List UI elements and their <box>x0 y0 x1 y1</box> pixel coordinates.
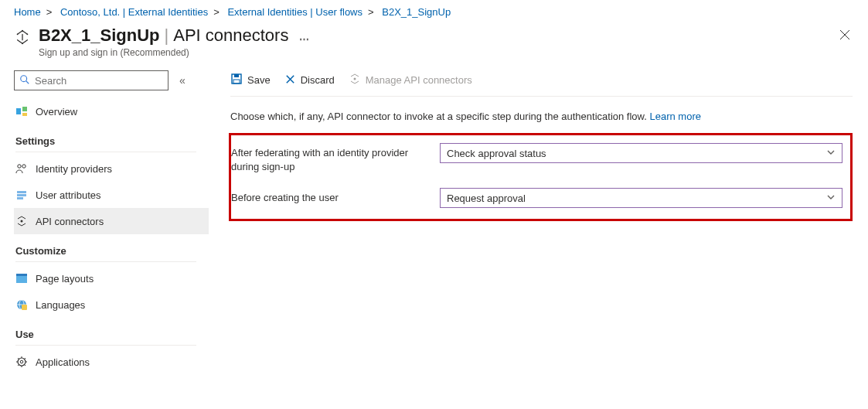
userflow-icon <box>14 29 31 46</box>
svg-point-22 <box>20 360 23 363</box>
svg-point-26 <box>353 78 356 80</box>
learn-more-link[interactable]: Learn more <box>649 111 700 122</box>
save-button[interactable]: Save <box>230 73 271 87</box>
sidebar-item-label: Languages <box>36 299 85 311</box>
svg-rect-16 <box>16 274 27 276</box>
sidebar-item-identity-providers[interactable]: Identity providers <box>14 155 209 182</box>
svg-point-0 <box>22 30 23 32</box>
description-text: Choose which, if any, API connector to i… <box>230 111 853 122</box>
chevron-down-icon <box>826 193 836 204</box>
discard-button[interactable]: Discard <box>284 73 335 87</box>
layouts-icon <box>15 272 28 285</box>
main-content: Save Discard Manage API connectors Choos… <box>210 66 868 375</box>
manage-connectors-button: Manage API connectors <box>349 73 472 87</box>
section-customize: Customize <box>15 245 196 262</box>
sidebar-item-api-connectors[interactable]: API connectors <box>14 208 209 234</box>
svg-rect-11 <box>17 191 26 193</box>
sidebar-item-page-layouts[interactable]: Page layouts <box>14 265 209 291</box>
highlighted-section: After federating with an identity provid… <box>229 133 853 221</box>
toolbar: Save Discard Manage API connectors <box>230 66 853 97</box>
search-field[interactable] <box>35 75 163 87</box>
sidebar-item-label: API connectors <box>36 216 104 227</box>
svg-point-10 <box>22 165 26 168</box>
close-button[interactable] <box>839 29 851 43</box>
collapse-sidebar-button[interactable]: « <box>179 74 186 87</box>
search-input[interactable] <box>14 70 168 90</box>
sidebar-item-applications[interactable]: Applications <box>14 349 209 375</box>
before-creating-label: Before creating the user <box>231 188 440 205</box>
sidebar-item-overview[interactable]: Overview <box>14 98 209 124</box>
section-use: Use <box>15 329 196 346</box>
section-settings: Settings <box>15 135 196 152</box>
svg-rect-7 <box>22 107 27 111</box>
form-row-after-federating: After federating with an identity provid… <box>231 143 842 174</box>
svg-rect-13 <box>17 197 23 199</box>
attributes-icon <box>15 189 28 201</box>
sidebar-item-languages[interactable]: Languages <box>14 291 209 318</box>
svg-rect-24 <box>234 74 239 77</box>
svg-point-1 <box>17 33 19 35</box>
crumb-home[interactable]: Home <box>14 6 41 18</box>
people-icon <box>15 162 28 175</box>
svg-rect-25 <box>233 80 240 84</box>
sidebar-item-label: Page layouts <box>36 273 94 285</box>
svg-point-3 <box>22 43 23 44</box>
crumb-contoso[interactable]: Contoso, Ltd. | External Identities <box>60 6 208 18</box>
save-icon <box>230 73 243 87</box>
svg-rect-8 <box>22 113 27 116</box>
after-federating-select[interactable]: Check approval status <box>440 143 842 163</box>
svg-point-9 <box>18 165 21 168</box>
page-title: B2X_1_SignUp|API connectors <box>39 26 288 46</box>
svg-point-2 <box>27 33 29 35</box>
sidebar: « Overview Settings Identity providers U… <box>0 66 210 375</box>
crumb-userflows[interactable]: External Identities | User flows <box>227 6 363 18</box>
sidebar-item-user-attributes[interactable]: User attributes <box>14 182 209 208</box>
sidebar-item-label: User attributes <box>36 189 101 201</box>
page-subtitle: Sign up and sign in (Recommended) <box>39 47 288 58</box>
api-icon <box>15 215 28 227</box>
svg-point-14 <box>21 220 23 223</box>
api-icon <box>349 73 361 87</box>
discard-icon <box>284 73 296 87</box>
before-creating-select[interactable]: Request approval <box>440 188 842 208</box>
search-icon <box>19 74 30 87</box>
gear-icon <box>15 356 28 368</box>
form-row-before-creating: Before creating the user Request approva… <box>231 188 842 208</box>
sidebar-item-label: Identity providers <box>36 163 112 175</box>
sidebar-item-label: Overview <box>36 106 77 118</box>
sidebar-item-label: Applications <box>36 356 90 368</box>
more-button[interactable]: ⋯ <box>299 33 310 45</box>
svg-rect-12 <box>17 194 26 196</box>
chevron-down-icon <box>826 148 836 159</box>
svg-point-4 <box>21 75 27 81</box>
overview-icon <box>15 105 28 118</box>
after-federating-label: After federating with an identity provid… <box>231 143 440 174</box>
crumb-current[interactable]: B2X_1_SignUp <box>382 6 451 18</box>
svg-rect-20 <box>22 305 27 310</box>
page-header: B2X_1_SignUp|API connectors Sign up and … <box>0 21 868 66</box>
globe-icon <box>15 298 28 311</box>
svg-rect-6 <box>16 108 21 114</box>
svg-line-5 <box>26 80 29 84</box>
breadcrumb: Home> Contoso, Ltd. | External Identitie… <box>0 0 868 21</box>
